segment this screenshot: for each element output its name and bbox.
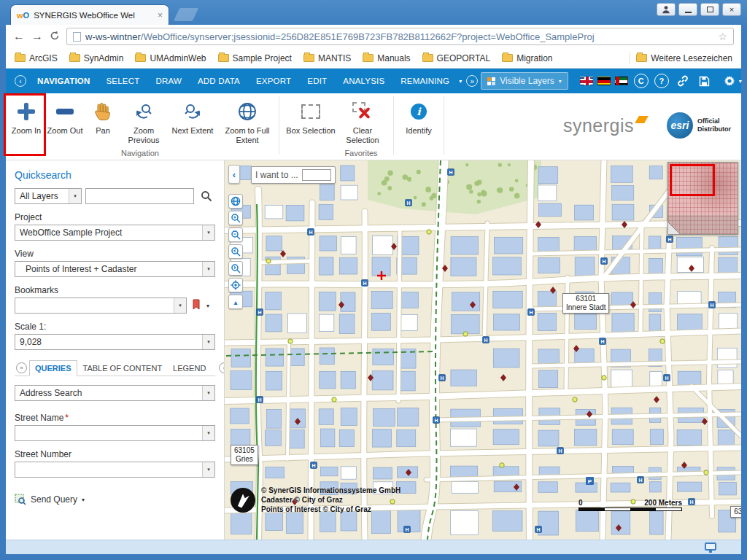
link-icon[interactable] — [675, 73, 691, 89]
status-bar — [6, 540, 741, 554]
tab-export[interactable]: EXPORT — [248, 69, 299, 93]
save-icon[interactable] — [697, 73, 713, 89]
menu-collapse-icon[interactable]: ‹ — [15, 75, 26, 87]
zoom-out-tool-button[interactable] — [228, 228, 243, 242]
project-dropdown[interactable]: WebOffice Sample Project▾ — [15, 225, 215, 241]
overview-tool-button[interactable] — [228, 194, 243, 209]
district-label-innere-stadt: 63101Innere Stadt — [562, 293, 609, 314]
new-tab-button[interactable] — [174, 8, 198, 21]
scale-label: Scale 1: — [15, 322, 215, 332]
overview-extent-rect[interactable] — [670, 164, 715, 196]
folder-icon — [422, 54, 433, 62]
minimize-button[interactable] — [678, 3, 697, 16]
view-dropdown[interactable]: Points of Interest + Cadaster▾ — [15, 261, 215, 277]
tab-remaining[interactable]: REMAINING — [392, 69, 457, 93]
tab-legend[interactable]: LEGEND — [168, 361, 211, 376]
zoom-full-extent-button[interactable]: Zoom to Full Extent — [219, 93, 276, 160]
browser-tab[interactable]: wO SYNERGIS WebOffice Wel × — [10, 4, 169, 25]
visible-layers-dropdown[interactable]: Visible Layers ▾ — [481, 72, 568, 90]
bookmark-item[interactable]: Manuals — [363, 53, 410, 63]
street-number-dropdown[interactable]: ▾ — [15, 462, 215, 478]
prev-extent-tool-button[interactable] — [228, 244, 243, 259]
tab-table-of-content[interactable]: TABLE OF CONTENT — [78, 361, 168, 376]
display-icon[interactable] — [705, 542, 716, 551]
bookmark-caret-icon[interactable]: ▾ — [206, 303, 209, 309]
zoom-in-button[interactable]: Zoom In — [7, 93, 45, 160]
forward-button[interactable]: → — [31, 31, 43, 42]
bookmark-star-icon[interactable]: ☆ — [718, 31, 727, 42]
bookmark-item[interactable]: MANTIS — [303, 53, 351, 63]
bookmarks-bar: ArcGIS SynAdmin UMAdminWeb Sample Projec… — [6, 48, 741, 69]
layer-filter-dropdown[interactable]: All Layers▾ — [15, 188, 82, 204]
tab-truncated[interactable]: L — [212, 361, 217, 376]
folder-icon — [69, 54, 80, 62]
bookmark-item[interactable]: Migration — [502, 53, 552, 63]
reload-icon — [50, 31, 60, 41]
query-type-dropdown[interactable]: Address Search▾ — [15, 385, 215, 401]
overview-map[interactable] — [667, 162, 738, 235]
tabs-scroll-right-icon[interactable]: » — [219, 362, 225, 373]
zoom-out-button[interactable]: Zoom Out — [45, 93, 85, 160]
quicksearch-input[interactable] — [85, 188, 194, 204]
profile-button[interactable] — [657, 3, 676, 16]
tab-select[interactable]: SELECT — [98, 69, 148, 93]
bookmark-item[interactable]: SynAdmin — [69, 53, 124, 63]
url-field[interactable]: w-ws-wintner/WebOffice/synserver;jsessio… — [66, 28, 734, 45]
search-button[interactable] — [198, 188, 215, 204]
i-want-to-box[interactable]: I want to ... — [251, 166, 336, 184]
flag-de-icon[interactable] — [597, 77, 611, 85]
svg-text:H: H — [665, 376, 668, 381]
scale-bar: 0200 Meters — [578, 499, 682, 511]
prev-extent-icon — [231, 246, 241, 257]
reload-button[interactable] — [50, 31, 60, 43]
tab-analysis[interactable]: ANALYSIS — [335, 69, 392, 93]
bookmarks-dropdown[interactable]: ▾ — [15, 298, 187, 314]
url-text: w-ws-wintner/WebOffice/synserver;jsessio… — [85, 31, 713, 42]
bookmark-item[interactable]: GEOPORTAL — [422, 53, 491, 63]
esri-globe-icon: esri — [667, 112, 693, 139]
bookmarks-more[interactable]: Weitere Lesezeichen — [636, 53, 732, 63]
tabs-scroll-left-icon[interactable]: « — [16, 362, 27, 373]
quicksearch-title: Quicksearch — [15, 169, 215, 181]
tab-navigation[interactable]: NAVIGATION — [29, 69, 98, 93]
next-extent-tool-button[interactable] — [228, 261, 243, 276]
close-button[interactable]: × — [722, 3, 741, 16]
locate-tool-button[interactable] — [228, 278, 243, 292]
back-button[interactable]: ← — [13, 31, 25, 42]
address-bar: ← → w-ws-wintner/WebOffice/synserver;jse… — [6, 25, 741, 48]
send-query-button[interactable]: Send Query ▾ — [15, 494, 215, 505]
settings-menu[interactable]: ▾ — [716, 73, 743, 89]
flag-uk-icon[interactable] — [580, 77, 593, 85]
scale-combo[interactable]: 9,028▾ — [15, 334, 215, 350]
sidebar-tabs: « QUERIES TABLE OF CONTENT LEGEND L » ▾ — [15, 360, 215, 376]
bookmark-item[interactable]: ArcGIS — [15, 53, 58, 63]
map-view[interactable]: HHHHHHHHHHHHHHHHHHHHHHP ‹ I want to ... — [225, 160, 741, 540]
browser-window: wO SYNERGIS WebOffice Wel × × ← → w-ws-w… — [0, 0, 747, 560]
overview-collapse-icon[interactable] — [668, 222, 680, 234]
sidebar-collapse-button[interactable]: ‹ — [228, 165, 240, 184]
tab-draw[interactable]: DRAW — [147, 69, 190, 93]
add-bookmark-icon[interactable] — [191, 299, 202, 313]
flag-ae-icon[interactable] — [615, 77, 628, 85]
help-icon[interactable]: ? — [654, 74, 669, 88]
map-canvas[interactable]: HHHHHHHHHHHHHHHHHHHHHHP — [225, 160, 741, 540]
tab-edit[interactable]: EDIT — [299, 69, 335, 93]
menu-overflow-icon[interactable]: » — [466, 75, 478, 87]
bookmark-item[interactable]: Sample Project — [218, 53, 292, 63]
remaining-caret-icon[interactable]: ▾ — [459, 78, 462, 85]
copyright-icon[interactable]: C — [634, 74, 649, 88]
tab-add-data[interactable]: ADD DATA — [190, 69, 248, 93]
toolbar-collapse-button[interactable]: ▴ — [228, 295, 243, 309]
identify-button[interactable]: i Identify — [397, 93, 441, 160]
maximize-button[interactable] — [700, 3, 719, 16]
minimize-icon — [685, 12, 692, 13]
tab-queries[interactable]: QUERIES — [29, 360, 77, 376]
svg-text:H: H — [434, 418, 438, 423]
zoom-in-tool-button[interactable] — [228, 211, 243, 225]
street-name-dropdown[interactable]: ▾ — [15, 425, 215, 441]
i-want-to-input[interactable] — [302, 169, 331, 181]
send-query-caret-icon[interactable]: ▾ — [82, 497, 85, 503]
titlebar: wO SYNERGIS WebOffice Wel × × — [0, 0, 747, 25]
tab-close-icon[interactable]: × — [158, 10, 163, 20]
bookmark-item[interactable]: UMAdminWeb — [135, 53, 206, 63]
